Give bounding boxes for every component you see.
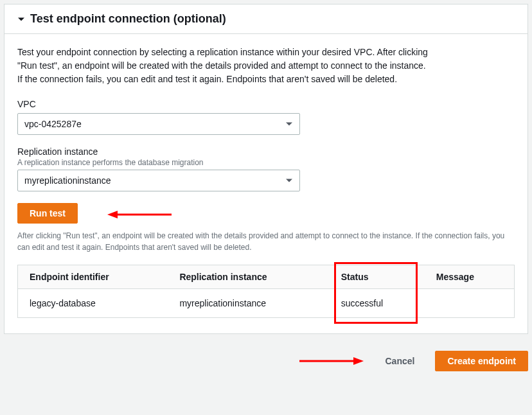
vpc-field-group: VPC vpc-0425287e [17, 99, 515, 135]
replication-helper: A replication instance performs the data… [17, 158, 515, 167]
caret-down-icon [17, 15, 25, 23]
replication-field-group: Replication instance A replication insta… [17, 146, 515, 191]
svg-marker-3 [353, 357, 364, 365]
svg-marker-1 [107, 211, 118, 218]
annotation-arrow-icon [107, 208, 172, 221]
cancel-button[interactable]: Cancel [374, 351, 427, 371]
table-header-row: Endpoint identifier Replication instance… [18, 265, 515, 289]
panel-body: Test your endpoint connection by selecti… [4, 34, 528, 333]
col-endpoint-identifier: Endpoint identifier [18, 265, 168, 289]
dropdown-caret-icon [285, 177, 293, 184]
create-endpoint-button[interactable]: Create endpoint [435, 351, 528, 371]
table-row: legacy-database myreplicationinstance su… [18, 289, 515, 318]
col-message: Message [425, 265, 515, 289]
vpc-label: VPC [17, 99, 515, 109]
footer-actions: Cancel Create endpoint [0, 338, 532, 375]
panel-header[interactable]: Test endpoint connection (optional) [4, 4, 528, 34]
cell-replication-instance: myreplicationinstance [168, 289, 329, 318]
cell-message [425, 289, 515, 318]
results-table: Endpoint identifier Replication instance… [17, 265, 515, 318]
dropdown-caret-icon [285, 120, 293, 128]
cell-status: successful [330, 289, 425, 318]
test-endpoint-panel: Test endpoint connection (optional) Test… [4, 4, 528, 334]
replication-value: myreplicationinstance [24, 175, 111, 186]
panel-description: Test your endpoint connection by selecti… [17, 46, 429, 86]
run-test-button[interactable]: Run test [17, 203, 78, 224]
replication-label: Replication instance [17, 146, 515, 157]
cell-endpoint-identifier: legacy-database [18, 289, 168, 318]
col-status: Status [330, 265, 425, 289]
run-test-helper: After clicking "Run test", an endpoint w… [17, 230, 506, 253]
annotation-arrow-icon [299, 355, 364, 367]
vpc-select[interactable]: vpc-0425287e [17, 113, 300, 135]
replication-select[interactable]: myreplicationinstance [17, 170, 300, 191]
panel-title: Test endpoint connection (optional) [30, 12, 226, 26]
vpc-value: vpc-0425287e [24, 119, 82, 129]
col-replication-instance: Replication instance [168, 265, 329, 289]
